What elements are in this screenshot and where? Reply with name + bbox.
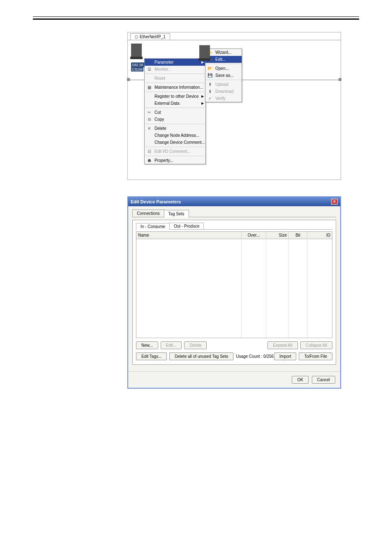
ip-label-2: CS1W: [131, 67, 143, 71]
network-icon: [135, 35, 138, 39]
collapse-all-button[interactable]: Collapse All: [300, 341, 332, 349]
maint-icon: ▦: [146, 85, 152, 90]
col-name[interactable]: Name: [136, 232, 242, 239]
context-menu-figure: EtherNet/IP_1 192.16 CS1W Parameter: [127, 32, 341, 180]
edit-tags-button[interactable]: Edit Tags...: [136, 352, 167, 360]
delete-icon: ✕: [146, 126, 152, 131]
device-icon: [131, 44, 142, 58]
context-menu: Parameter ☰ Monitor... Reset ▦ Maintenan…: [144, 58, 206, 164]
tab-tag-sets-label: Tag Sets: [168, 212, 184, 216]
submenu-download[interactable]: ⬇ Download: [205, 88, 242, 95]
menu-external-data[interactable]: External Data: [145, 100, 205, 107]
copy-icon: ⧉: [146, 117, 152, 122]
menu-change-comment[interactable]: Change Device Comment...: [145, 139, 205, 146]
import-button[interactable]: Import: [274, 352, 296, 360]
menu-register[interactable]: Register to other Device: [145, 93, 205, 100]
menu-register-label: Register to other Device: [154, 94, 198, 99]
menu-copy[interactable]: ⧉ Copy: [145, 116, 205, 123]
submenu-saveas[interactable]: 💾 Save as...: [205, 72, 242, 79]
cancel-label: Cancel: [317, 378, 330, 382]
menu-change-address[interactable]: Change Node Address...: [145, 132, 205, 139]
expand-all-label: Expand All: [273, 343, 292, 348]
dialog-title: Edit Device Parameters: [131, 199, 181, 204]
delete-button-label: Delete: [189, 343, 201, 348]
delete-button[interactable]: Delete: [184, 341, 207, 349]
menu-maintenance[interactable]: ▦ Maintenance Information...: [145, 84, 205, 91]
upload-icon: ⬆: [207, 82, 213, 88]
edit-io-icon: ☷: [146, 149, 152, 154]
subtab-out-produce[interactable]: Out - Produce: [169, 223, 204, 229]
menu-maint-label: Maintenance Information...: [154, 85, 203, 90]
open-icon: 📂: [207, 66, 213, 71]
cancel-button[interactable]: Cancel: [312, 376, 335, 384]
menu-change-comment-label: Change Device Comment...: [154, 140, 205, 145]
submenu-open[interactable]: 📂 Open...: [205, 65, 242, 72]
dialog-titlebar: Edit Device Parameters ×: [128, 197, 340, 206]
menu-edit-io-label: Edit I/O Comment...: [154, 149, 191, 154]
new-button-label: New...: [141, 343, 153, 348]
expand-all-button[interactable]: Expand All: [267, 341, 297, 349]
menu-cut[interactable]: ✂ Cut: [145, 109, 205, 116]
edit-device-parameters-dialog: Edit Device Parameters × Connections Tag…: [127, 196, 341, 389]
col-over[interactable]: Over...: [242, 232, 266, 239]
submenu-download-label: Download: [215, 89, 233, 94]
save-icon: 💾: [207, 73, 213, 78]
menu-copy-label: Copy: [154, 117, 164, 122]
tab-connections-label: Connections: [137, 211, 160, 216]
parameter-submenu: ✨ Wizard... ✎ Edit... 📂 Open... 💾 Sav: [205, 48, 242, 102]
menu-reset-label: Reset: [154, 76, 165, 81]
ok-label: OK: [297, 378, 303, 382]
menu-delete[interactable]: ✕ Delete: [145, 125, 205, 132]
subtab-out-label: Out - Produce: [174, 224, 199, 228]
submenu-verify-label: Verify: [215, 96, 226, 101]
edit-tags-label: Edit Tags...: [141, 354, 161, 359]
col-size[interactable]: Size: [266, 232, 289, 239]
tab-tag-sets[interactable]: Tag Sets: [164, 210, 189, 217]
download-icon: ⬇: [207, 89, 213, 94]
verify-icon: ✓: [207, 96, 213, 101]
submenu-verify[interactable]: ✓ Verify: [205, 95, 242, 102]
submenu-edit[interactable]: ✎ Edit...: [205, 56, 242, 63]
submenu-upload[interactable]: ⬆ Upload: [205, 81, 242, 88]
tofrom-label: To/From File: [304, 354, 327, 359]
menu-edit-io-comment[interactable]: ☷ Edit I/O Comment...: [145, 148, 205, 155]
usage-count: Usage Count : 0/256: [236, 354, 274, 359]
device-icon-2: [199, 45, 210, 60]
ok-button[interactable]: OK: [292, 376, 308, 384]
tab-connections[interactable]: Connections: [132, 210, 164, 217]
edit-button-label: Edit...: [166, 343, 177, 348]
submenu-wizard[interactable]: ✨ Wizard...: [205, 49, 242, 56]
col-bit[interactable]: Bit: [289, 232, 307, 239]
subtab-in-consume[interactable]: In - Consume: [136, 223, 170, 230]
tofrom-file-button[interactable]: To/From File: [299, 352, 332, 360]
menu-parameter[interactable]: Parameter: [145, 59, 205, 66]
delete-unused-label: Delete all of unused Tag Sets: [175, 354, 228, 359]
menu-parameter-label: Parameter: [154, 60, 174, 64]
menu-property-label: Property...: [154, 158, 173, 163]
close-icon[interactable]: ×: [331, 199, 338, 205]
menu-reset[interactable]: Reset: [145, 75, 205, 82]
menu-cut-label: Cut: [154, 110, 161, 115]
submenu-upload-label: Upload: [215, 82, 228, 87]
menu-external-label: External Data: [154, 101, 180, 106]
menu-monitor-label: Monitor...: [154, 67, 171, 71]
submenu-wizard-label: Wizard...: [215, 50, 231, 55]
new-button[interactable]: New...: [136, 341, 158, 349]
subtab-in-label: In - Consume: [141, 224, 165, 229]
collapse-all-label: Collapse All: [306, 343, 327, 348]
network-tab-label: EtherNet/IP_1: [140, 35, 166, 39]
tag-table[interactable]: Name Over... Size Bit ID: [136, 231, 332, 338]
submenu-open-label: Open...: [215, 66, 229, 71]
ip-label-1: 192.16: [131, 62, 144, 67]
network-tab[interactable]: EtherNet/IP_1: [130, 33, 170, 40]
col-id[interactable]: ID: [307, 232, 332, 239]
rail-end-right: [339, 78, 341, 81]
menu-monitor[interactable]: ☰ Monitor...: [145, 66, 205, 73]
network-panel: EtherNet/IP_1 192.16 CS1W Parameter: [127, 32, 341, 180]
menu-delete-label: Delete: [154, 126, 166, 131]
menu-property[interactable]: ☗ Property...: [145, 157, 205, 164]
edit-button[interactable]: Edit...: [161, 341, 182, 349]
monitor-icon: ☰: [146, 67, 152, 72]
submenu-saveas-label: Save as...: [215, 73, 233, 78]
delete-unused-button[interactable]: Delete all of unused Tag Sets: [169, 352, 233, 360]
